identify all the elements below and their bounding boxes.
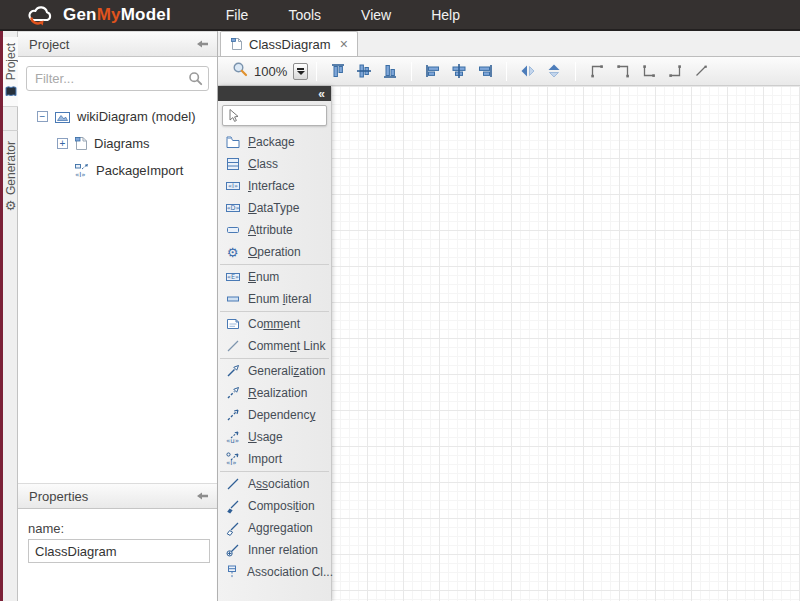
composition-icon <box>224 498 241 514</box>
connector-elbow-bottom-right-button[interactable] <box>663 59 687 83</box>
palette-item-association[interactable]: Association <box>218 473 331 495</box>
palette-item-attribute[interactable]: Attribute <box>218 219 331 241</box>
rail-tab-generator[interactable]: Generator ⚙ <box>3 135 18 218</box>
palette-item-realization[interactable]: Realization <box>218 382 331 404</box>
menu-help[interactable]: Help <box>431 3 460 27</box>
cursor-icon <box>227 108 240 123</box>
editor-tabbar: ClassDiagram × <box>218 31 800 57</box>
toolbar-separator <box>316 62 317 81</box>
tab-classdiagram[interactable]: ClassDiagram × <box>220 31 358 56</box>
palette-items: Package Class «I» Interface «D» DataType… <box>218 131 331 583</box>
palette-item-comment-link[interactable]: Comment Link <box>218 335 331 357</box>
zoom-control: 100% <box>232 61 308 81</box>
align-center-button[interactable] <box>447 59 471 83</box>
palette-item-comment[interactable]: Comment <box>218 313 331 335</box>
brand-name: GenMyModel <box>63 5 171 25</box>
palette-group-separator <box>220 264 329 265</box>
connector-straight-button[interactable] <box>689 59 713 83</box>
aggregation-icon <box>224 520 241 536</box>
collapse-expander-icon[interactable]: − <box>37 111 48 122</box>
properties-panel: Properties name: <box>18 483 218 601</box>
toolbar-separator <box>411 62 412 81</box>
diagram-canvas[interactable] <box>331 86 800 601</box>
tree-row-model[interactable]: − wikiDiagram (model) <box>18 103 217 130</box>
attribute-icon <box>224 222 241 238</box>
flip-horizontal-button[interactable] <box>516 59 540 83</box>
svg-text:«D»: «D» <box>226 204 239 212</box>
diagram-tab-icon <box>230 37 243 51</box>
menu-tools[interactable]: Tools <box>288 3 321 27</box>
operation-gear-icon: ⚙ <box>224 246 241 259</box>
palette-item-enum[interactable]: «E» Enum <box>218 266 331 288</box>
palette-header: « <box>218 86 331 101</box>
book-icon <box>5 84 17 100</box>
palette-item-enum-literal[interactable]: Enum literal <box>218 288 331 310</box>
tree-row-package-import[interactable]: «I» PackageImport <box>18 157 217 184</box>
expand-expander-icon[interactable]: + <box>57 138 68 149</box>
tree-label: Diagrams <box>94 136 150 151</box>
top-menubar: GenMyModel File Tools View Help <box>0 0 800 31</box>
filter-field-wrap <box>26 66 209 91</box>
cloud-logo-icon <box>26 4 56 26</box>
palette-item-dependency[interactable]: Dependency <box>218 404 331 426</box>
menu-view[interactable]: View <box>361 3 391 27</box>
package-icon <box>224 134 241 150</box>
svg-text:«I»: «I» <box>228 182 238 190</box>
svg-text:«u»: «u» <box>226 437 239 445</box>
palette-item-import[interactable]: «I» Import <box>218 448 331 470</box>
palette-item-inner-relation[interactable]: Inner relation <box>218 539 331 561</box>
connector-elbow-bottom-left-button[interactable] <box>637 59 661 83</box>
app-logo[interactable]: GenMyModel <box>26 4 171 26</box>
collapse-panel-arrow-icon[interactable] <box>196 39 209 49</box>
rail-divider <box>3 130 18 131</box>
diagram-toolbar: 100% <box>218 57 800 86</box>
association-icon <box>224 476 241 492</box>
palette-item-interface[interactable]: «I» Interface <box>218 175 331 197</box>
search-icon <box>188 71 203 90</box>
palette-item-datatype[interactable]: «D» DataType <box>218 197 331 219</box>
palette-item-operation[interactable]: ⚙ Operation <box>218 241 331 263</box>
zoom-dropdown-button[interactable] <box>293 63 308 80</box>
palette-item-usage[interactable]: «u» Usage <box>218 426 331 448</box>
palette-group-separator <box>220 311 329 312</box>
import-icon: «I» <box>224 451 241 467</box>
align-middle-button[interactable] <box>352 59 376 83</box>
palette-item-aggregation[interactable]: Aggregation <box>218 517 331 539</box>
menu-file[interactable]: File <box>226 3 249 27</box>
flip-vertical-button[interactable] <box>542 59 566 83</box>
model-icon <box>54 110 71 124</box>
connector-elbow-top-left-button[interactable] <box>585 59 609 83</box>
palette-item-package[interactable]: Package <box>218 131 331 153</box>
diagram-icon <box>74 136 88 151</box>
properties-body: name: <box>18 509 217 563</box>
svg-text:«I»: «I» <box>75 171 86 179</box>
align-right-button[interactable] <box>473 59 497 83</box>
tab-close-icon[interactable]: × <box>340 37 348 51</box>
align-left-button[interactable] <box>421 59 445 83</box>
name-field-label: name: <box>28 521 207 536</box>
package-import-icon: «I» <box>74 163 90 178</box>
palette-item-generalization[interactable]: Generalization <box>218 360 331 382</box>
name-field-input[interactable] <box>28 539 210 563</box>
svg-text:«I»: «I» <box>226 459 237 467</box>
interface-icon: «I» <box>224 178 241 194</box>
align-bottom-button[interactable] <box>378 59 402 83</box>
palette-item-association-class[interactable]: Association Cl... <box>218 561 331 583</box>
palette-item-class[interactable]: Class <box>218 153 331 175</box>
tree-label: wikiDiagram (model) <box>77 109 195 124</box>
tree-row-diagrams[interactable]: + Diagrams <box>18 130 217 157</box>
filter-input[interactable] <box>26 66 209 91</box>
palette-item-composition[interactable]: Composition <box>218 495 331 517</box>
zoom-icon <box>232 61 248 81</box>
align-top-button[interactable] <box>326 59 350 83</box>
rail-tab-generator-label: Generator <box>4 141 18 195</box>
enum-icon: «E» <box>224 269 241 285</box>
properties-panel-title: Properties <box>29 489 88 504</box>
selection-pointer-tool[interactable] <box>222 105 327 126</box>
palette-collapse-button[interactable]: « <box>318 88 325 100</box>
gear-icon: ⚙ <box>5 199 17 212</box>
realization-icon <box>224 385 241 401</box>
collapse-panel-arrow-icon[interactable] <box>196 491 209 501</box>
rail-tab-project[interactable]: Project <box>3 37 18 107</box>
connector-elbow-top-right-button[interactable] <box>611 59 635 83</box>
